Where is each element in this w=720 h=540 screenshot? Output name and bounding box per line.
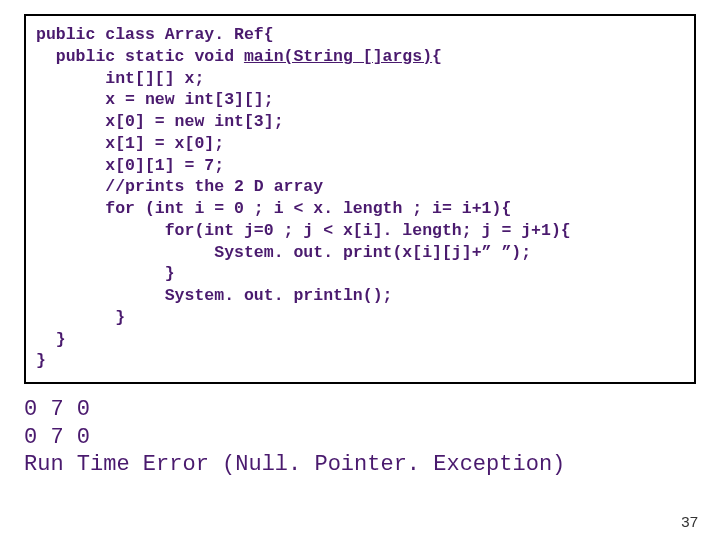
code-line: x = new int[3][]; — [36, 90, 274, 109]
code-line: } — [36, 330, 66, 349]
code-line: x[0][1] = 7; — [36, 156, 224, 175]
code-line: //prints the 2 D array — [36, 177, 323, 196]
code-underline: main(String []args) — [244, 47, 432, 66]
code-line: System. out. print(x[i][j]+” ”); — [36, 243, 531, 262]
code-line: for(int j=0 ; j < x[i]. length; j = j+1)… — [36, 221, 571, 240]
code-line: } — [36, 351, 46, 370]
code-line: public class Array. Ref{ — [36, 25, 274, 44]
code-line-suffix: { — [432, 47, 442, 66]
code-line: x[1] = x[0]; — [36, 134, 224, 153]
code-line: x[0] = new int[3]; — [36, 112, 284, 131]
code-line: System. out. println(); — [36, 286, 392, 305]
slide-number: 37 — [681, 513, 698, 530]
output-block: 0 7 0 0 7 0 Run Time Error (Null. Pointe… — [24, 396, 696, 479]
code-line-prefix: public static void — [36, 47, 244, 66]
code-line: } — [36, 264, 175, 283]
code-block: public class Array. Ref{ public static v… — [24, 14, 696, 384]
code-line: } — [36, 308, 125, 327]
output-line: Run Time Error (Null. Pointer. Exception… — [24, 452, 565, 477]
code-line: for (int i = 0 ; i < x. length ; i= i+1)… — [36, 199, 511, 218]
output-line: 0 7 0 — [24, 425, 90, 450]
output-line: 0 7 0 — [24, 397, 90, 422]
code-line: int[][] x; — [36, 69, 204, 88]
